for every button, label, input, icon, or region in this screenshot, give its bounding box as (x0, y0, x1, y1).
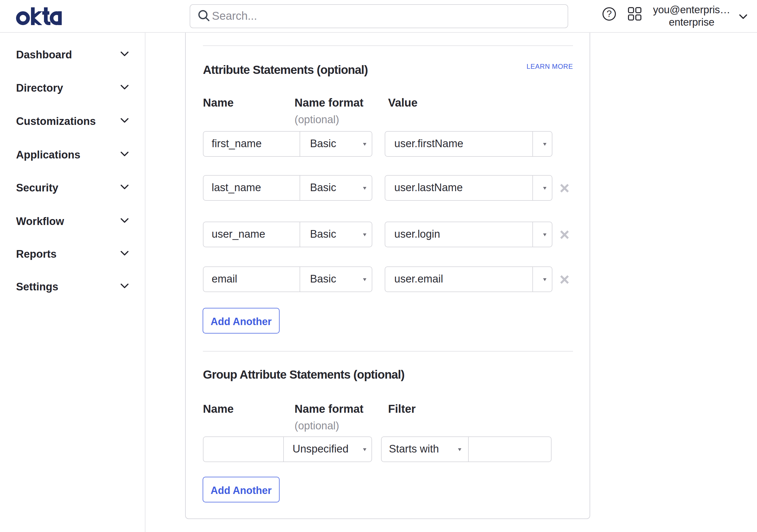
svg-text:?: ? (607, 9, 612, 19)
